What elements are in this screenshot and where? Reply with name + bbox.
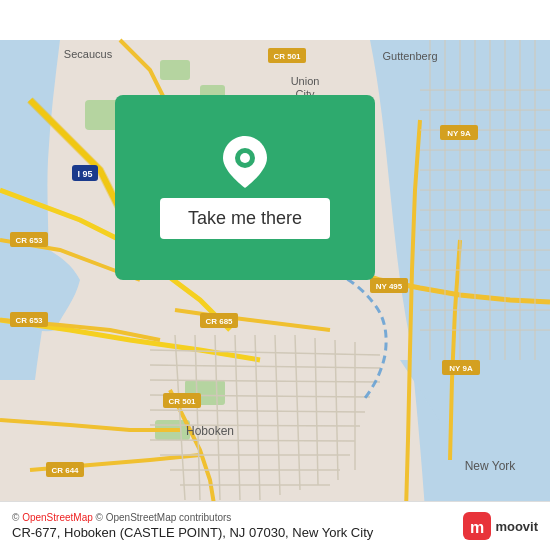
svg-text:CR 653: CR 653 — [15, 236, 43, 245]
svg-text:m: m — [470, 519, 484, 536]
svg-text:Union: Union — [291, 75, 320, 87]
location-description: CR-677, Hoboken (CASTLE POINT), NJ 07030… — [12, 525, 373, 540]
svg-text:Hoboken: Hoboken — [186, 424, 234, 438]
moovit-icon: m — [463, 512, 491, 540]
svg-text:CR 685: CR 685 — [205, 317, 233, 326]
svg-text:NY 9A: NY 9A — [449, 364, 473, 373]
copyright-symbol: © — [12, 512, 19, 523]
svg-text:I 95: I 95 — [77, 169, 92, 179]
svg-point-73 — [240, 153, 250, 163]
svg-line-11 — [150, 425, 360, 426]
svg-text:CR 653: CR 653 — [15, 316, 43, 325]
svg-text:CR 501: CR 501 — [273, 52, 301, 61]
info-text-block: © OpenStreetMap © OpenStreetMap contribu… — [12, 512, 373, 540]
svg-rect-2 — [160, 60, 190, 80]
map-container: I 95 CR 501 CR 653 CR 653 CR 685 CR 501 … — [0, 0, 550, 550]
info-bar: © OpenStreetMap © OpenStreetMap contribu… — [0, 501, 550, 550]
svg-text:Guttenberg: Guttenberg — [382, 50, 437, 62]
location-pin-icon — [219, 136, 271, 188]
contributors-text: © OpenStreetMap contributors — [96, 512, 232, 523]
svg-text:NY 495: NY 495 — [376, 282, 403, 291]
svg-text:CR 644: CR 644 — [51, 466, 79, 475]
moovit-logo: m moovit — [463, 512, 538, 540]
take-me-there-button[interactable]: Take me there — [160, 198, 330, 239]
svg-text:NY 9A: NY 9A — [447, 129, 471, 138]
action-panel: Take me there — [115, 95, 375, 280]
svg-text:New York: New York — [465, 459, 517, 473]
moovit-brand-text: moovit — [495, 519, 538, 534]
svg-text:CR 501: CR 501 — [168, 397, 196, 406]
attribution-line: © OpenStreetMap © OpenStreetMap contribu… — [12, 512, 373, 523]
openstreetmap-link[interactable]: OpenStreetMap — [22, 512, 93, 523]
svg-text:Secaucus: Secaucus — [64, 48, 113, 60]
